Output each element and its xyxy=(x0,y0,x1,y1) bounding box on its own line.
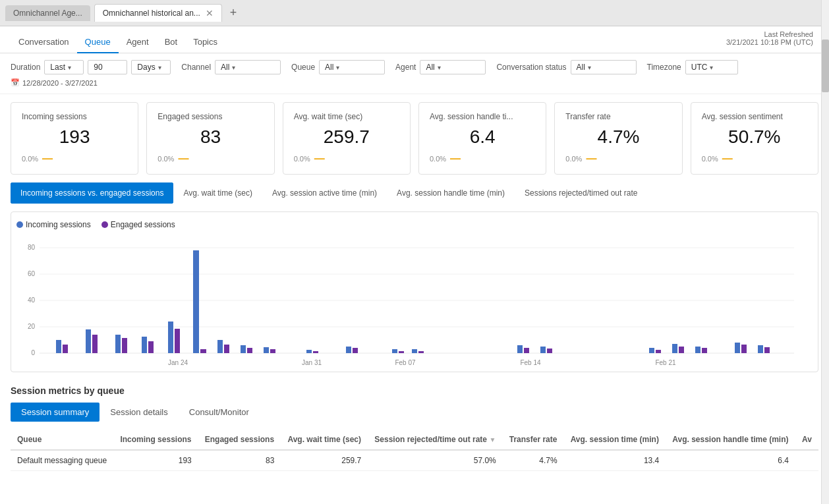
cell-av xyxy=(795,450,818,471)
chart-tab-avg-active[interactable]: Avg. session active time (min) xyxy=(262,182,387,204)
col-rejected-label: Session rejected/time out rate xyxy=(374,435,487,444)
channel-select[interactable]: All ▾ xyxy=(215,60,281,74)
svg-rect-19 xyxy=(175,329,180,353)
kpi-incoming-pct: 0.0% xyxy=(22,155,38,163)
svg-rect-18 xyxy=(168,322,173,353)
svg-rect-35 xyxy=(418,351,424,353)
chart-tab-incoming-vs-engaged[interactable]: Incoming sessions vs. engaged sessions xyxy=(11,182,173,204)
chart-container: Incoming sessions Engaged sessions xyxy=(11,211,818,372)
kpi-transfer-value: 4.7% xyxy=(565,126,671,148)
timezone-select[interactable]: UTC ▾ xyxy=(685,60,738,74)
kpi-incoming-value: 193 xyxy=(22,126,127,148)
svg-rect-45 xyxy=(702,348,707,353)
col-header-rejected[interactable]: Session rejected/time out rate ▼ xyxy=(368,430,502,450)
queue-select[interactable]: All ▾ xyxy=(319,60,385,74)
last-refreshed-value: 3/21/2021 10:18 PM (UTC) xyxy=(726,38,813,46)
kpi-sentiment-title: Avg. session sentiment xyxy=(702,112,807,121)
nav-queue[interactable]: Queue xyxy=(77,32,119,53)
svg-rect-33 xyxy=(399,351,404,353)
chevron-down-icon-status: ▾ xyxy=(588,64,591,71)
date-range: 📅 12/28/2020 - 3/27/2021 xyxy=(11,78,818,87)
svg-rect-13 xyxy=(92,335,98,353)
kpi-avg-handle-value: 6.4 xyxy=(430,126,535,148)
svg-rect-15 xyxy=(122,338,127,353)
top-nav: Conversation Queue Agent Bot Topics Last… xyxy=(0,26,829,53)
col-header-engaged: Engaged sessions xyxy=(198,430,281,450)
table-tab-details[interactable]: Session details xyxy=(100,403,178,422)
chart-tab-avg-handle[interactable]: Avg. session handle time (min) xyxy=(387,182,515,204)
svg-rect-36 xyxy=(517,345,523,353)
add-tab-button[interactable]: + xyxy=(226,6,241,20)
duration-value-select[interactable]: 90 xyxy=(88,60,127,74)
col-header-incoming: Incoming sessions xyxy=(113,430,198,450)
channel-label: Channel xyxy=(181,63,211,72)
browser-tab-1[interactable]: Omnichannel Age... xyxy=(5,5,90,21)
svg-rect-30 xyxy=(346,347,351,353)
kpi-engaged: Engaged sessions 83 0.0% — xyxy=(146,102,274,175)
col-header-avg-wait: Avg. wait time (sec) xyxy=(281,430,368,450)
duration-preset-select[interactable]: Last ▾ xyxy=(44,60,84,74)
kpi-transfer-footer: 0.0% — xyxy=(565,153,671,165)
timezone-value: UTC xyxy=(691,63,708,72)
chart-tabs: Incoming sessions vs. engaged sessions A… xyxy=(11,182,818,204)
table-tab-summary[interactable]: Session summary xyxy=(11,403,100,422)
table-tab-consult[interactable]: Consult/Monitor xyxy=(179,403,260,422)
calendar-icon: 📅 xyxy=(11,78,20,87)
svg-text:Jan 31: Jan 31 xyxy=(302,359,322,366)
svg-rect-22 xyxy=(217,340,223,353)
cell-rejected: 57.0% xyxy=(368,450,502,471)
svg-rect-32 xyxy=(392,349,397,353)
conv-status-select[interactable]: All ▾ xyxy=(571,60,637,74)
kpi-incoming: Incoming sessions 193 0.0% — xyxy=(11,102,138,175)
nav-agent[interactable]: Agent xyxy=(119,32,157,53)
kpi-transfer-pct: 0.0% xyxy=(565,155,582,163)
close-icon[interactable]: ✕ xyxy=(206,8,214,18)
kpi-transfer-title: Transfer rate xyxy=(565,112,671,121)
svg-rect-44 xyxy=(695,347,700,353)
legend-dot-engaged xyxy=(101,221,108,228)
kpi-avg-handle: Avg. session handle ti... 6.4 0.0% — xyxy=(418,102,546,175)
browser-tab-2[interactable]: Omnichannel historical an... ✕ xyxy=(94,4,222,22)
chevron-down-icon-queue: ▾ xyxy=(336,64,339,71)
queue-filter: Queue All ▾ xyxy=(291,60,385,74)
nav-bot[interactable]: Bot xyxy=(157,32,186,53)
svg-text:40: 40 xyxy=(28,296,36,304)
svg-rect-11 xyxy=(63,345,68,353)
kpi-avg-handle-footer: 0.0% — xyxy=(430,153,535,165)
duration-label: Duration xyxy=(11,63,40,72)
timezone-label: Timezone xyxy=(647,63,681,72)
cell-queue: Default messaging queue xyxy=(11,450,113,471)
chart-tab-rejected[interactable]: Sessions rejected/timed out rate xyxy=(515,182,647,204)
agent-filter: Agent All ▾ xyxy=(395,60,486,74)
table-row: Default messaging queue 193 83 259.7 57.… xyxy=(11,450,818,471)
svg-text:Feb 21: Feb 21 xyxy=(655,359,676,366)
chart-tab-avg-wait[interactable]: Avg. wait time (sec) xyxy=(173,182,262,204)
conv-status-label: Conversation status xyxy=(496,63,566,72)
kpi-avg-wait-footer: 0.0% — xyxy=(294,153,399,165)
svg-rect-38 xyxy=(540,347,546,353)
svg-rect-12 xyxy=(86,329,91,353)
duration-preset-value: Last xyxy=(50,63,65,72)
kpi-avg-wait-pct: 0.0% xyxy=(294,155,310,163)
timezone-filter: Timezone UTC ▾ xyxy=(647,60,738,74)
kpi-sentiment-footer: 0.0% — xyxy=(702,153,807,165)
duration-unit-select[interactable]: Days ▾ xyxy=(131,60,171,74)
svg-rect-43 xyxy=(679,347,684,353)
scrollbar-thumb[interactable] xyxy=(822,40,829,92)
nav-topics[interactable]: Topics xyxy=(185,32,225,53)
svg-text:0: 0 xyxy=(31,349,35,356)
svg-rect-46 xyxy=(735,343,740,353)
scrollbar-vertical[interactable] xyxy=(821,0,829,504)
col-header-avg-handle-time: Avg. session handle time (min) xyxy=(666,430,795,450)
legend-incoming: Incoming sessions xyxy=(16,220,91,229)
svg-rect-37 xyxy=(524,348,529,353)
nav-conversation[interactable]: Conversation xyxy=(11,32,77,53)
kpi-avg-handle-pct: 0.0% xyxy=(430,155,446,163)
svg-text:Feb 07: Feb 07 xyxy=(395,359,416,366)
agent-select[interactable]: All ▾ xyxy=(420,60,486,74)
svg-rect-26 xyxy=(264,347,269,353)
kpi-avg-wait-value: 259.7 xyxy=(294,126,399,148)
col-header-transfer: Transfer rate xyxy=(503,430,564,450)
duration-unit-value: Days xyxy=(137,63,155,72)
kpi-avg-wait-dash: — xyxy=(314,153,325,165)
